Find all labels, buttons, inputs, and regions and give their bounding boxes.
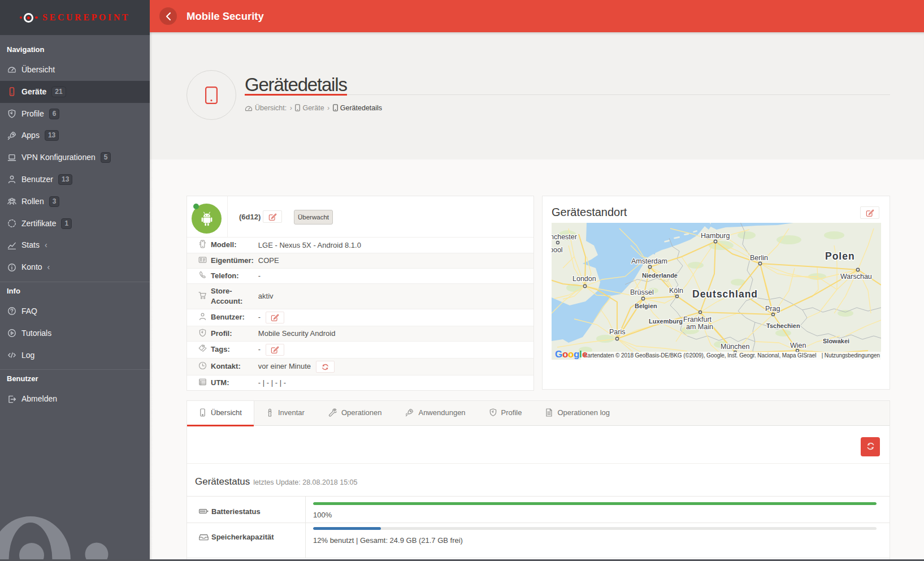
svg-text:Berlin: Berlin [750,254,768,262]
svg-text:pool: pool [552,246,563,254]
svg-text:Köln: Köln [669,287,683,295]
svg-text:nchester: nchester [552,233,577,241]
svg-text:g: g [574,349,579,360]
svg-text:Luxemburg: Luxemburg [649,318,683,325]
svg-text:o: o [568,349,574,360]
svg-text:Niederlande: Niederlande [642,272,678,279]
svg-text:e: e [582,349,587,360]
svg-text:Paris: Paris [609,328,625,336]
svg-text:Belgien: Belgien [635,303,657,309]
svg-text:Wien: Wien [790,342,806,349]
svg-text:Brüssel: Brüssel [630,288,654,296]
svg-text:o: o [562,349,568,360]
svg-text:G: G [555,349,562,360]
svg-text:Warschau: Warschau [840,273,872,280]
svg-text:| Nutzungsbedingungen: | Nutzungsbedingungen [822,352,880,359]
svg-text:am Main: am Main [686,323,713,331]
svg-text:London: London [572,275,596,283]
svg-text:Slowakei: Slowakei [823,338,849,344]
svg-text:Polen: Polen [825,251,855,262]
svg-text:Tschechien: Tschechien [766,322,800,329]
svg-text:Prag: Prag [765,305,780,313]
svg-text:Deutschland: Deutschland [692,288,758,300]
svg-text:Kartendaten © 2018 GeoBasis-DE: Kartendaten © 2018 GeoBasis-DE/BKG (©200… [584,352,816,359]
svg-text:München: München [721,343,749,351]
svg-text:Hamburg: Hamburg [701,232,730,240]
svg-text:Amsterdam: Amsterdam [631,257,667,265]
svg-text:Frankfurt: Frankfurt [683,316,712,323]
